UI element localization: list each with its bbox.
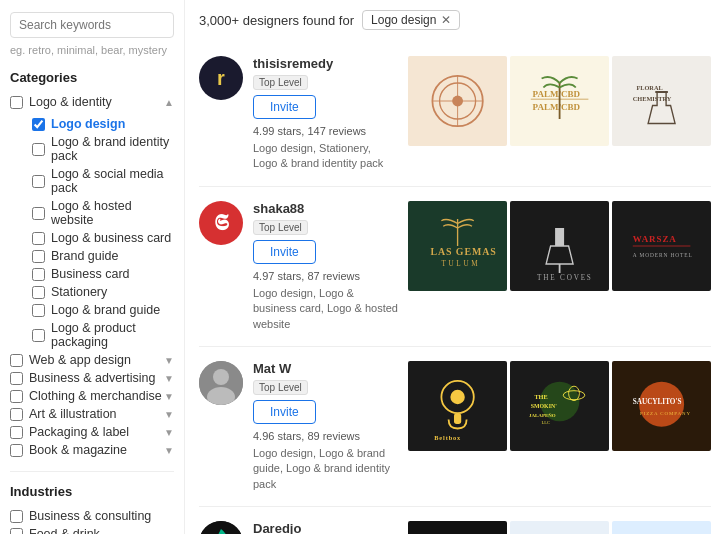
chevron-down-icon: ▼ (164, 355, 174, 366)
designer-info-2: shaka88 Top Level Invite 4.97 stars, 87 … (253, 201, 398, 332)
portfolio-item-2-2[interactable]: THE COVES (510, 201, 609, 291)
checkbox-industry-food[interactable] (10, 528, 23, 535)
divider (10, 471, 174, 472)
portfolio-item-1-2[interactable]: PALM/CBD PALM/CBD (510, 56, 609, 146)
industry-business[interactable]: Business & consulting (10, 507, 174, 525)
category-label-art: Art & illustration (29, 407, 117, 421)
badge-2: Top Level (253, 220, 308, 235)
checkbox-logo-design[interactable] (32, 118, 45, 131)
checkbox-clothing[interactable] (10, 390, 23, 403)
badge-3: Top Level (253, 380, 308, 395)
category-item-logo-product[interactable]: Logo & product packaging (32, 319, 174, 351)
svg-text:PALM/CBD: PALM/CBD (533, 102, 581, 112)
category-label-packaging: Packaging & label (29, 425, 129, 439)
category-item-logo-brand-guide[interactable]: Logo & brand guide (32, 301, 174, 319)
checkbox-packaging[interactable] (10, 426, 23, 439)
results-count: 3,000+ designers found for (199, 13, 354, 28)
checkbox-art[interactable] (10, 408, 23, 421)
portfolio-item-1-3[interactable]: FLORAL CHEMISTRY (612, 56, 711, 146)
stars-1: 4.99 stars, 147 reviews (253, 125, 398, 137)
avatar-2: 𝕾 (199, 201, 243, 245)
category-logo-identity[interactable]: Logo & identity ▲ (10, 93, 174, 111)
category-item-logo-identity[interactable]: Logo & identity ▲ (10, 93, 174, 111)
category-label-clothing: Clothing & merchandise (29, 389, 162, 403)
portfolio-item-3-1[interactable]: Beltbox (408, 361, 507, 451)
checkbox-stationery[interactable] (32, 286, 45, 299)
close-icon[interactable]: ✕ (441, 13, 451, 27)
category-item-book[interactable]: Book & magazine ▼ (10, 441, 174, 459)
checkbox-business-adv[interactable] (10, 372, 23, 385)
search-hint: eg. retro, minimal, bear, mystery (10, 44, 174, 56)
portfolio-item-3-2[interactable]: THE SMOKIN' JALAPEÑO LLC (510, 361, 609, 451)
stars-3: 4.96 stars, 89 reviews (253, 430, 398, 442)
designer-card-2: 𝕾 shaka88 Top Level Invite 4.97 stars, 8… (199, 187, 711, 347)
chevron-down-icon-6: ▼ (164, 445, 174, 456)
badge-1: Top Level (253, 75, 308, 90)
chevron-down-icon-3: ▼ (164, 391, 174, 402)
checkbox-logo-hosted[interactable] (32, 207, 45, 220)
portfolio-item-4-3[interactable] (612, 521, 711, 534)
categories-title: Categories (10, 70, 174, 85)
checkbox-logo-identity[interactable] (10, 96, 23, 109)
checkbox-logo-business[interactable] (32, 232, 45, 245)
filter-tag-label: Logo design (371, 13, 436, 27)
avatar-3 (199, 361, 243, 405)
invite-button-1[interactable]: Invite (253, 95, 316, 119)
portfolio-item-4-1[interactable]: EST 2018 (408, 521, 507, 534)
category-label-logo-brand-identity: Logo & brand identity pack (51, 135, 174, 163)
svg-text:PIZZA COMPANY: PIZZA COMPANY (640, 411, 691, 416)
industry-label-food: Food & drink (29, 527, 100, 534)
checkbox-industry-business[interactable] (10, 510, 23, 523)
portfolio-item-2-3[interactable]: WARSZA A MODERN HOTEL (612, 201, 711, 291)
stars-2: 4.97 stars, 87 reviews (253, 270, 398, 282)
portfolio-item-1-1[interactable] (408, 56, 507, 146)
search-input[interactable] (10, 12, 174, 38)
checkbox-book[interactable] (10, 444, 23, 457)
category-item-logo-hosted[interactable]: Logo & hosted website (32, 197, 174, 229)
svg-text:JALAPEÑO: JALAPEÑO (529, 413, 556, 418)
svg-text:Beltbox: Beltbox (434, 434, 461, 441)
checkbox-business-card[interactable] (32, 268, 45, 281)
filter-tag-logo-design[interactable]: Logo design ✕ (362, 10, 460, 30)
checkbox-logo-product[interactable] (32, 329, 45, 342)
checkbox-logo-social[interactable] (32, 175, 45, 188)
checkbox-logo-brand-guide[interactable] (32, 304, 45, 317)
category-label-web-app: Web & app design (29, 353, 131, 367)
category-item-business-adv[interactable]: Business & advertising ▼ (10, 369, 174, 387)
category-item-packaging[interactable]: Packaging & label ▼ (10, 423, 174, 441)
category-item-logo-social[interactable]: Logo & social media pack (32, 165, 174, 197)
category-item-stationery[interactable]: Stationery (32, 283, 174, 301)
designer-name-3: Mat W (253, 361, 398, 376)
portfolio-item-4-2[interactable]: BOSTON (510, 521, 609, 534)
chevron-down-icon-5: ▼ (164, 427, 174, 438)
svg-text:WARSZA: WARSZA (633, 233, 677, 243)
tags-3: Logo design, Logo & brand guide, Logo & … (253, 446, 398, 492)
checkbox-web-app[interactable] (10, 354, 23, 367)
avatar-4 (199, 521, 243, 534)
checkbox-logo-brand-identity[interactable] (32, 143, 45, 156)
tags-1: Logo design, Stationery, Logo & brand id… (253, 141, 398, 172)
designer-card-1: r thisisremedy Top Level Invite 4.99 sta… (199, 42, 711, 187)
category-item-art[interactable]: Art & illustration ▼ (10, 405, 174, 423)
category-item-business-card[interactable]: Business card (32, 265, 174, 283)
category-label-business-adv: Business & advertising (29, 371, 155, 385)
category-item-clothing[interactable]: Clothing & merchandise ▼ (10, 387, 174, 405)
designer-card-4: Daredjo Top Level Invite 5 stars, 18 rev… (199, 507, 711, 534)
invite-button-3[interactable]: Invite (253, 400, 316, 424)
category-item-logo-design[interactable]: Logo design (32, 115, 174, 133)
portfolio-grid-2: LAS GEMAS TULUM (408, 201, 711, 291)
category-item-web-app[interactable]: Web & app design ▼ (10, 351, 174, 369)
sidebar: eg. retro, minimal, bear, mystery Catego… (0, 0, 185, 534)
svg-text:THE: THE (534, 393, 547, 400)
category-item-logo-business[interactable]: Logo & business card (32, 229, 174, 247)
category-label-logo-business: Logo & business card (51, 231, 171, 245)
category-item-logo-brand-identity[interactable]: Logo & brand identity pack (32, 133, 174, 165)
checkbox-brand-guide[interactable] (32, 250, 45, 263)
svg-point-23 (213, 369, 229, 385)
invite-button-2[interactable]: Invite (253, 240, 316, 264)
portfolio-item-3-3[interactable]: SAUCYLITO'S PIZZA COMPANY (612, 361, 711, 451)
portfolio-item-2-1[interactable]: LAS GEMAS TULUM (408, 201, 507, 291)
category-item-brand-guide[interactable]: Brand guide (32, 247, 174, 265)
industry-food[interactable]: Food & drink (10, 525, 174, 534)
tags-2: Logo design, Logo & business card, Logo … (253, 286, 398, 332)
